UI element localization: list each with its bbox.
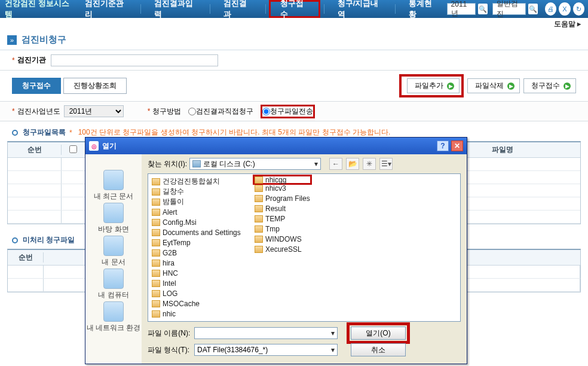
lookin-select[interactable]: 로컬 디스크 (C:)▾: [189, 158, 321, 170]
page-title: 검진비청구: [22, 34, 66, 45]
folder-item[interactable]: Result: [255, 203, 310, 214]
folder-item[interactable]: G2B: [152, 248, 255, 258]
folder-item[interactable]: Program Files: [255, 193, 310, 203]
folder-icon: [152, 280, 160, 287]
folder-item[interactable]: XecureSSL: [255, 244, 310, 254]
folder-icon: [152, 300, 160, 307]
folder-icon: [152, 209, 160, 216]
folder-item[interactable]: nhic: [152, 309, 255, 319]
tab-status[interactable]: 진행상황조회: [63, 78, 127, 94]
app-logo: 건강검진 정보시스템: [0, 0, 75, 20]
folder-item[interactable]: Intel: [152, 278, 255, 288]
file-open-dialog: ◎ 열기 ? ✕ 내 최근 문서 바탕 화면 내 문서 내 컴퓨터 내 네트워크…: [85, 137, 467, 364]
folder-icon: [255, 225, 263, 233]
col-checkbox: [62, 145, 85, 155]
filename-label: 파일 이름(N):: [148, 328, 194, 338]
sidebar-recent[interactable]: 내 최근 문서: [94, 170, 134, 202]
newfolder-icon[interactable]: ✳: [363, 158, 376, 170]
folder-item[interactable]: TEMP: [255, 214, 310, 224]
org-input[interactable]: [51, 54, 218, 66]
tab-register[interactable]: 청구접수: [12, 78, 61, 94]
close-button[interactable]: ✕: [451, 141, 463, 151]
search-icon-2[interactable]: 🔍: [528, 4, 538, 14]
folder-item[interactable]: Documents and Settings: [152, 227, 255, 237]
file-area[interactable]: 건강검진통합설치 길창수 밤톨이 Alert Config.Msi Docume…: [148, 173, 461, 322]
sidebar-network[interactable]: 내 네트워크 환경: [87, 301, 141, 333]
folder-icon: [152, 310, 160, 318]
file-delete-button[interactable]: 파일삭제▶: [467, 78, 520, 93]
year-dropdown[interactable]: 2011년: [64, 105, 124, 117]
view-icon[interactable]: ☰▾: [379, 158, 393, 170]
method-radio-direct[interactable]: 검진결과직접청구: [188, 106, 253, 117]
nav-item-2[interactable]: 검진결과: [214, 0, 261, 18]
folder-item[interactable]: LOG: [152, 288, 255, 298]
top-nav: 건강검진 정보시스템 검진기준관리 검진결과입력 검진결과 청구접수 청구/지급…: [0, 0, 588, 18]
open-button[interactable]: 열기(O): [351, 327, 406, 340]
folder-icon: [152, 229, 160, 236]
folder-item[interactable]: hira: [152, 258, 255, 268]
dialog-icon: ◎: [89, 141, 99, 151]
folder-icon: [152, 188, 160, 196]
file-add-button[interactable]: 파일추가▶: [407, 78, 460, 93]
up-icon[interactable]: 📂: [346, 158, 359, 170]
nav-item-4[interactable]: 청구/지급내역: [328, 0, 391, 18]
folder-icon: [152, 249, 160, 257]
folder-item[interactable]: WINDOWS: [255, 234, 310, 244]
folder-item[interactable]: Config.Msi: [152, 217, 255, 227]
folder-item[interactable]: Tmp: [255, 224, 310, 234]
nav-item-5[interactable]: 통계현황: [399, 0, 446, 18]
folder-icon: [255, 246, 263, 253]
title-arrow-icon: »: [7, 35, 17, 45]
lookin-label: 찾는 위치(I):: [148, 159, 189, 169]
cancel-button[interactable]: 취소: [351, 343, 406, 356]
folder-item[interactable]: MSOCache: [152, 298, 255, 309]
folder-item[interactable]: 밤톨이: [152, 197, 255, 207]
folder-icon: [255, 185, 263, 192]
folder-icon: [152, 239, 160, 246]
filetype-label: 파일 형식(T):: [148, 345, 194, 355]
required-star: *: [12, 56, 15, 65]
year-label: 검진사업년도: [17, 106, 60, 117]
refresh-icon[interactable]: ↻: [573, 2, 584, 16]
bullet-icon: [12, 237, 18, 243]
print-icon[interactable]: 🖨: [545, 2, 556, 16]
nav-item-3[interactable]: 청구접수: [269, 0, 320, 18]
folder-item[interactable]: Alert: [152, 207, 255, 217]
col-num: 순번: [8, 145, 62, 155]
folder-item[interactable]: nhicv3: [255, 183, 310, 193]
folder-icon: [255, 205, 263, 212]
method-label: 청구방법: [152, 106, 181, 117]
nav-item-1[interactable]: 검진결과입력: [145, 0, 206, 18]
folder-icon: [255, 236, 263, 243]
folder-icon: [152, 199, 160, 206]
folder-item[interactable]: HNC: [152, 268, 255, 278]
help-link[interactable]: 도움말 ▸: [554, 19, 581, 29]
file-list-title: 청구파일목록: [23, 127, 66, 138]
year-select[interactable]: 2011년: [447, 3, 476, 15]
folder-item[interactable]: 길창수: [152, 187, 255, 197]
folder-icon: [152, 290, 160, 297]
method-radio-file[interactable]: 청구파일전송: [261, 105, 315, 118]
exam-type-select[interactable]: 일반검진: [492, 3, 526, 15]
sidebar-desktop[interactable]: 바탕 화면: [98, 203, 128, 234]
nav-item-0[interactable]: 검진기준관리: [75, 0, 137, 18]
nav-right: 2011년 🔍 일반검진 🔍 🖨 X ↻: [447, 2, 588, 16]
sidebar-computer[interactable]: 내 컴퓨터: [98, 269, 128, 300]
folder-icon: [255, 195, 263, 202]
bullet-icon: [12, 130, 18, 136]
filetype-select[interactable]: DAT File(31384676_*)▾: [194, 344, 338, 356]
search-icon[interactable]: 🔍: [478, 4, 488, 14]
folder-icon: [255, 215, 263, 222]
excel-icon[interactable]: X: [559, 2, 570, 16]
folder-item[interactable]: 건강검진통합설치: [152, 176, 255, 187]
register-button[interactable]: 청구접수▶: [523, 78, 576, 93]
pending-list-title: 미처리 청구파일: [23, 235, 75, 245]
back-icon[interactable]: ←: [329, 158, 342, 170]
filename-input[interactable]: ▾: [194, 327, 338, 339]
dialog-title-text: 열기: [102, 141, 117, 151]
folder-item[interactable]: EytTemp: [152, 237, 255, 248]
dialog-titlebar: ◎ 열기 ? ✕: [85, 138, 467, 154]
sidebar-documents[interactable]: 내 문서: [102, 236, 125, 267]
file-list-hint: 100건 단위로 청구파일을 생성하여 청구하시기 바랍니다. 최대 5개의 파…: [78, 127, 391, 138]
help-button[interactable]: ?: [437, 141, 449, 151]
